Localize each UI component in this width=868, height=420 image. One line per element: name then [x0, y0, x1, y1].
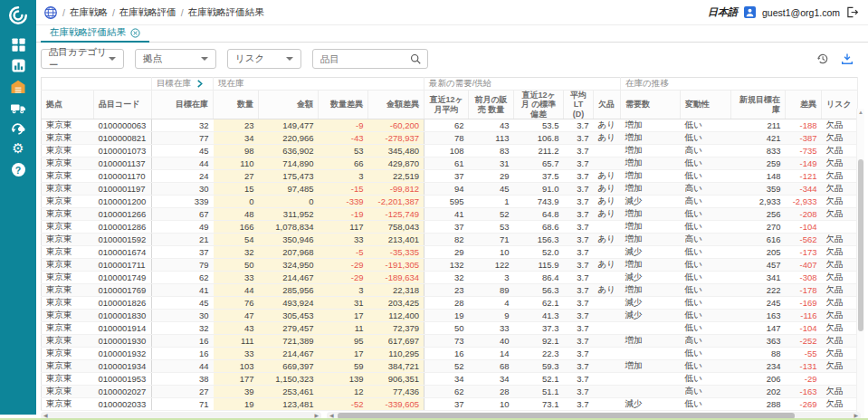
- results-table-zone: 目標在庫現在庫最新の需要/供給在庫の推移拠点品目コード目標在庫数量金額数量差異金…: [41, 77, 861, 420]
- tab-bar: 在庫戦略評価結果: [36, 25, 868, 43]
- breadcrumb-item-strategy[interactable]: 在庫戦略: [70, 6, 108, 19]
- search-icon[interactable]: [410, 53, 422, 65]
- table-row[interactable]: 東京東01000017496233214,467-29-189,63432386…: [42, 272, 858, 284]
- column-header-site: 拠点: [42, 91, 94, 119]
- sidebar-item-help[interactable]: ?: [0, 159, 36, 180]
- cell-item-code: 0100001674: [94, 246, 152, 259]
- cell-stockout: [594, 398, 621, 411]
- cell-volatility: 低い: [681, 322, 731, 335]
- cell-item-code: 0100001200: [94, 196, 152, 208]
- breadcrumb-item-results[interactable]: 在庫戦略評価結果: [188, 6, 264, 19]
- cell-qty-diff: 139: [319, 373, 368, 386]
- cell-amount-diff: -189,634: [368, 272, 424, 284]
- cell-new-target-stock: 363: [731, 335, 786, 348]
- cell-site: 東京東: [42, 284, 94, 297]
- cell-amount: 324,950: [259, 259, 319, 272]
- table-row[interactable]: 東京東010000113744110714,89066429,870613165…: [42, 158, 858, 170]
- cell-volatility: 低い: [681, 373, 731, 386]
- top-bar: / 在庫戦略 / 在庫戦略評価 / 在庫戦略評価結果 日本語 guest1@or…: [36, 0, 868, 25]
- table-row[interactable]: 東京東01000000633223149,477-9-60,200624353.…: [42, 119, 858, 132]
- expand-group-icon[interactable]: [196, 80, 204, 88]
- table-row[interactable]: 東京東01000017694144285,956322,318238956.33…: [42, 284, 858, 297]
- table-row[interactable]: 東京東01000008217734220,966-43-278,93778113…: [42, 132, 858, 145]
- item-search-input[interactable]: [319, 52, 410, 65]
- logout-icon[interactable]: [846, 6, 859, 18]
- table-row[interactable]: 東京東01000020337119123,481-52-339,60537107…: [42, 398, 858, 411]
- cell-avg-12m: 108: [424, 145, 469, 158]
- table-row[interactable]: 東京東010000193016111721,38995617,697734092…: [42, 335, 858, 348]
- cell-stockout: [594, 386, 621, 398]
- sidebar-item-logistics[interactable]: [0, 97, 36, 118]
- table-row[interactable]: 東京東01000012666748311,952-19-125,74941526…: [42, 208, 858, 221]
- table-row[interactable]: 東京東0100001953381771,150,323139906,351343…: [42, 373, 858, 386]
- table-row[interactable]: 東京東010000193444103669,39759384,721526859…: [42, 360, 858, 373]
- cell-prev-month-sales: 3: [469, 272, 514, 284]
- table-row[interactable]: 東京東01000019143243279,4571172,379503337.3…: [42, 322, 858, 335]
- table-row[interactable]: 東京東0100001286491661,078,834117758,043375…: [42, 221, 858, 234]
- table-row[interactable]: 東京東01000018264576493,92431203,42528462.1…: [42, 297, 858, 310]
- language-switcher[interactable]: 日本語: [708, 5, 738, 19]
- cell-avg-lt: 3.7: [564, 208, 594, 221]
- item-category-filter[interactable]: 品目カテゴリー: [41, 49, 124, 69]
- vertical-scrollbar[interactable]: ▲: [856, 109, 864, 420]
- cell-stddev-12m: 68.6: [514, 221, 564, 234]
- cell-amount-diff: -278,937: [368, 132, 424, 145]
- sidebar-item-inventory[interactable]: [0, 76, 36, 97]
- cell-qty: 166: [214, 221, 259, 234]
- tab-label: 在庫戦略評価結果: [50, 26, 126, 39]
- cell-site: 東京東: [42, 398, 94, 411]
- download-icon[interactable]: [841, 52, 854, 65]
- sidebar-item-settings[interactable]: ⚙: [0, 138, 36, 159]
- cell-site: 東京東: [42, 322, 94, 335]
- cell-avg-12m: 28: [424, 297, 469, 310]
- cell-avg-12m: 37: [424, 170, 469, 183]
- cell-stddev-12m: 92.1: [514, 335, 564, 348]
- cell-stockout: あり: [594, 208, 621, 221]
- cell-prev-month-sales: 29: [469, 170, 514, 183]
- scroll-up-icon[interactable]: ▲: [858, 109, 863, 116]
- table-row[interactable]: 東京東01000019321633214,46717110,295161422.…: [42, 348, 858, 360]
- table-row[interactable]: 東京東01000011702427175,473322,519372937.53…: [42, 170, 858, 183]
- cell-risk: 欠品: [822, 119, 858, 132]
- cell-avg-lt: 3.7: [564, 234, 594, 246]
- cell-new-target-stock: 205: [731, 246, 786, 259]
- tab-inventory-strategy-results[interactable]: 在庫戦略評価結果: [41, 24, 149, 43]
- cell-avg-12m: 37: [424, 221, 469, 234]
- cell-qty: 76: [214, 297, 259, 310]
- cell-risk: [822, 373, 858, 386]
- sidebar-item-dashboard[interactable]: [0, 34, 36, 55]
- breadcrumb-item-evaluation[interactable]: 在庫戦略評価: [119, 6, 176, 19]
- cell-prev-month-sales: 34: [469, 373, 514, 386]
- column-header-stddev-12m: 直近12ヶ月 の標準偏差: [514, 91, 564, 119]
- table-row[interactable]: 東京東01000020272739253,4611277,436622851.1…: [42, 386, 858, 398]
- table-row[interactable]: 東京東01000018303047305,45317112,40019941.3…: [42, 310, 858, 322]
- cell-amount: 350,946: [259, 234, 319, 246]
- table-row[interactable]: 東京東01000010734598636,90253345,4801088321…: [42, 145, 858, 158]
- risk-filter[interactable]: リスク: [227, 49, 301, 69]
- globe-icon[interactable]: [43, 5, 58, 20]
- table-row[interactable]: 東京東01000016743732207,968-5-35,335291052.…: [42, 246, 858, 259]
- cell-avg-12m: 62: [424, 119, 469, 132]
- refresh-history-icon[interactable]: [816, 52, 829, 65]
- table-row[interactable]: 東京東01000017117950324,950-29-191,30513212…: [42, 259, 858, 272]
- cell-new-target-stock: 288: [731, 398, 786, 411]
- tab-close-icon[interactable]: [130, 28, 140, 38]
- app-logo-icon[interactable]: [7, 5, 29, 26]
- table-row[interactable]: 東京東0100001197301597,485-15-99,812944591.…: [42, 183, 858, 196]
- column-header-avg-12m: 直近12ヶ月平均: [424, 91, 469, 119]
- cell-risk: 欠品: [822, 348, 858, 360]
- table-row[interactable]: 東京東010000120033900-339-2,201,3875951743.…: [42, 196, 858, 208]
- cell-amount-diff: 429,870: [368, 158, 424, 170]
- vertical-scrollbar-thumb[interactable]: [858, 159, 863, 331]
- cell-stddev-12m: 86.4: [514, 272, 564, 284]
- cell-risk: 欠品: [822, 335, 858, 348]
- column-header-target-stock: 目標在庫: [152, 91, 214, 119]
- table-row[interactable]: 東京東01000015922154350,94633213,4018271156…: [42, 234, 858, 246]
- cell-prev-month-sales: 40: [469, 335, 514, 348]
- cell-amount-diff: -125,749: [368, 208, 424, 221]
- cell-amount: 493,924: [259, 297, 319, 310]
- sidebar-item-sync[interactable]: [0, 118, 36, 138]
- site-filter[interactable]: 拠点: [135, 49, 216, 69]
- sidebar-item-analytics[interactable]: [0, 55, 36, 76]
- cell-diff: -131: [786, 360, 822, 373]
